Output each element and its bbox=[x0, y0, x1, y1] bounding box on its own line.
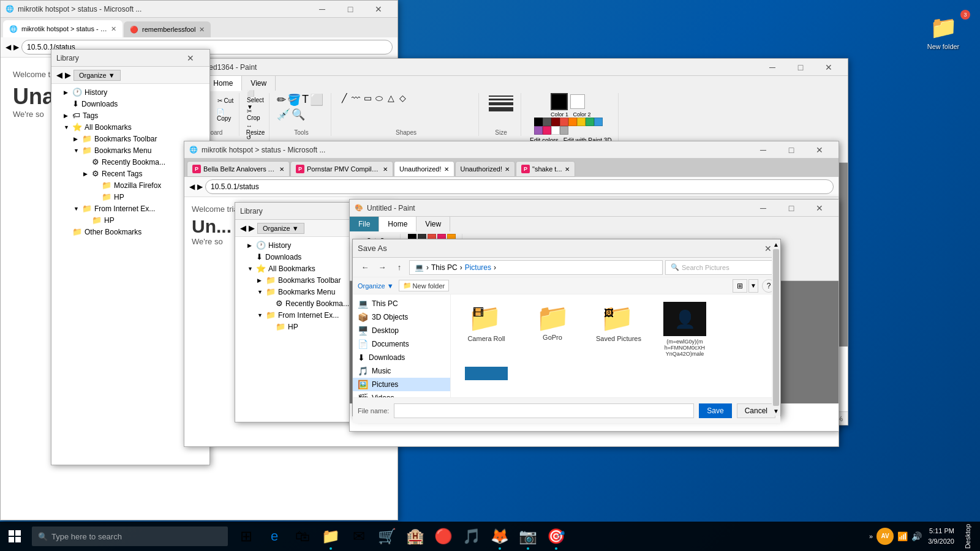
swatch-white[interactable] bbox=[551, 126, 560, 135]
paint-tab-file-front[interactable]: File bbox=[350, 217, 379, 231]
taskbar-amazon[interactable]: 🛒 bbox=[374, 522, 401, 551]
nav-back-btn-front[interactable]: ◀ bbox=[189, 182, 195, 191]
tab-close-1[interactable]: ✕ bbox=[111, 25, 116, 33]
paint-tab-view-front[interactable]: View bbox=[417, 217, 450, 231]
tray-notification-icon[interactable]: » bbox=[869, 533, 873, 540]
nav-back-library-front[interactable]: ◀ bbox=[240, 223, 246, 233]
eraser-icon[interactable]: ⬜ bbox=[310, 93, 323, 107]
swatch-yellow[interactable] bbox=[577, 118, 586, 126]
inner-tab-4[interactable]: Unauthorized! ✕ bbox=[455, 161, 516, 177]
swatch-darkgray[interactable] bbox=[543, 118, 551, 126]
taskbar-tripadvisor[interactable]: 🏨 bbox=[402, 522, 429, 551]
copy-btn[interactable]: 📄 Copy bbox=[217, 108, 234, 122]
view-dropdown-btn[interactable]: ▼ bbox=[748, 279, 758, 293]
magnify-icon[interactable]: 🔍 bbox=[292, 108, 305, 121]
text-icon[interactable]: T bbox=[302, 93, 309, 107]
dialog-back-btn[interactable]: ← bbox=[358, 260, 372, 275]
size-3[interactable] bbox=[489, 102, 513, 105]
tree-item-tags[interactable]: ▶ 🏷 Tags bbox=[51, 110, 209, 121]
paint-maximize-back[interactable]: □ bbox=[786, 59, 815, 76]
taskbar-capture[interactable]: 📷 bbox=[514, 522, 541, 551]
library-close-back[interactable]: ✕ bbox=[176, 50, 205, 67]
inner-tab-5[interactable]: P "shake t... ✕ bbox=[516, 161, 575, 177]
size-2[interactable] bbox=[489, 99, 513, 100]
browser-maximize-back[interactable]: □ bbox=[336, 1, 364, 18]
taskbar-store[interactable]: 🛍 bbox=[289, 522, 316, 551]
nav-forward-library-front[interactable]: ▶ bbox=[249, 223, 255, 233]
inner-tab-close-5[interactable]: ✕ bbox=[565, 166, 570, 173]
folder-person-image[interactable]: 👤 (m=ewlG0y)(m h=FMNOM0cXH YnQa42O)male bbox=[654, 299, 715, 359]
save-button[interactable]: Save bbox=[699, 403, 731, 418]
view-toggle-btn[interactable]: ⊞ bbox=[733, 279, 747, 293]
diamond-icon[interactable]: ◇ bbox=[397, 93, 408, 103]
breadcrumb-pictures[interactable]: Pictures bbox=[465, 263, 491, 272]
taskbar-search-box[interactable]: 🔍 Type here to search bbox=[32, 527, 228, 546]
paint-minimize-back[interactable]: ─ bbox=[758, 59, 786, 76]
paint-close-back[interactable]: ✕ bbox=[815, 59, 843, 76]
size-4[interactable] bbox=[489, 107, 513, 111]
color2-swatch[interactable] bbox=[570, 94, 585, 109]
filename-input[interactable] bbox=[394, 403, 694, 418]
picker-icon[interactable]: 💉 bbox=[277, 108, 290, 121]
taskbar-explorer[interactable]: 📁 bbox=[317, 522, 344, 551]
nav-forward-library-back[interactable]: ▶ bbox=[65, 70, 71, 80]
antivirus-tray-icon[interactable]: AV bbox=[876, 528, 894, 545]
browser-close-back[interactable]: ✕ bbox=[364, 1, 393, 18]
swatch-green[interactable] bbox=[586, 118, 594, 126]
triangle-icon[interactable]: △ bbox=[385, 93, 396, 103]
browser-maximize-front[interactable]: □ bbox=[777, 141, 805, 159]
dialog-forward-btn[interactable]: → bbox=[375, 260, 390, 275]
fill-icon[interactable]: 🪣 bbox=[287, 93, 301, 107]
paint-tab-home-front[interactable]: Home bbox=[379, 217, 417, 232]
paint-maximize-front[interactable]: □ bbox=[777, 200, 805, 217]
cancel-button[interactable]: Cancel bbox=[737, 403, 775, 418]
line-icon[interactable]: ╱ bbox=[339, 93, 350, 103]
curve-icon[interactable]: 〰 bbox=[350, 93, 361, 103]
folder-gopro[interactable]: 📁 GoPro bbox=[522, 299, 583, 359]
sidebar-music[interactable]: 🎵 Music bbox=[353, 364, 450, 378]
sidebar-3d-objects[interactable]: 📦 3D Objects bbox=[353, 310, 450, 324]
swatch-purple[interactable] bbox=[534, 126, 543, 135]
taskbar-app-extra[interactable]: 🎯 bbox=[543, 522, 570, 551]
tree-item-downloads[interactable]: ⬇ Downloads bbox=[51, 98, 209, 110]
tree-item-history[interactable]: ▶ 🕐 History bbox=[51, 86, 209, 98]
browser-tab-2-back[interactable]: 🔴 rememberlessfool ✕ bbox=[124, 21, 211, 37]
new-folder-btn[interactable]: 📁 New folder bbox=[399, 280, 450, 291]
taskbar-task-view[interactable]: ⊞ bbox=[233, 522, 260, 551]
search-box[interactable]: 🔍 Search Pictures bbox=[665, 260, 775, 275]
nav-back-btn-back[interactable]: ◀ bbox=[6, 43, 11, 51]
browser-close-front[interactable]: ✕ bbox=[805, 141, 834, 159]
inner-tab-close-1[interactable]: ✕ bbox=[279, 166, 284, 173]
nav-forward-btn-front[interactable]: ▶ bbox=[197, 182, 203, 191]
inner-tab-close-3[interactable]: ✕ bbox=[444, 166, 449, 173]
swatch-darkred[interactable] bbox=[551, 118, 560, 126]
desktop-icon-new-folder[interactable]: 📁 New folder 3 bbox=[919, 12, 968, 53]
taskbar-edge[interactable]: e bbox=[261, 522, 288, 551]
folder-screenshot[interactable]: 1 bbox=[456, 364, 517, 397]
scrollbar-thumb[interactable] bbox=[773, 294, 779, 397]
inner-tab-close-4[interactable]: ✕ bbox=[505, 166, 510, 173]
nav-back-library-back[interactable]: ◀ bbox=[56, 70, 62, 80]
select-btn[interactable]: ⬜ Select ▼ bbox=[247, 93, 264, 107]
taskbar-winamp[interactable]: 🎵 bbox=[458, 522, 485, 551]
breadcrumb-this-pc[interactable]: This PC bbox=[431, 263, 458, 272]
oval-icon[interactable]: ⬭ bbox=[374, 93, 385, 103]
paint-close-front[interactable]: ✕ bbox=[805, 200, 834, 217]
sidebar-desktop[interactable]: 🖥️ Desktop bbox=[353, 324, 450, 337]
swatch-black[interactable] bbox=[534, 118, 543, 126]
rect-icon[interactable]: ▭ bbox=[362, 93, 373, 103]
swatch-red[interactable] bbox=[560, 118, 568, 126]
wifi-icon[interactable]: 📶 bbox=[897, 531, 908, 541]
swatch-pink[interactable] bbox=[543, 126, 551, 135]
swatch-orange[interactable] bbox=[568, 118, 577, 126]
start-button[interactable] bbox=[0, 522, 29, 551]
paint-tab-home-back[interactable]: Home bbox=[205, 76, 242, 91]
pencil-icon[interactable]: ✏ bbox=[277, 93, 286, 107]
tab-close-2[interactable]: ✕ bbox=[199, 26, 205, 34]
sidebar-downloads[interactable]: ⬇ Downloads bbox=[353, 351, 450, 364]
folder-saved-pictures[interactable]: 📁 🖼 Saved Pictures bbox=[588, 299, 649, 359]
inner-tab-1[interactable]: P Bella Bellz Analovers Anal... ✕ bbox=[187, 161, 290, 177]
folder-camera-roll[interactable]: 📁 🎞 Camera Roll bbox=[456, 299, 517, 359]
cut-btn[interactable]: ✂ Cut bbox=[217, 94, 234, 107]
taskbar-mail[interactable]: ✉ bbox=[345, 522, 372, 551]
